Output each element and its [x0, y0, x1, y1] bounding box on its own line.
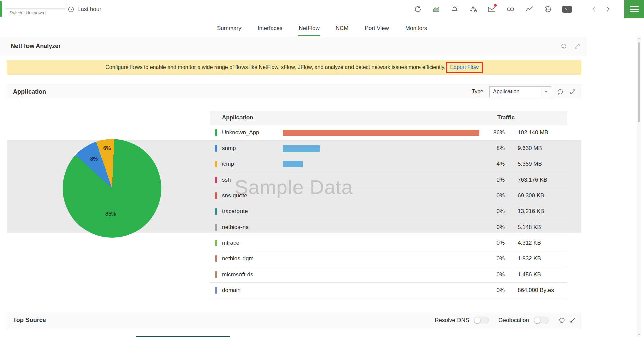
topology-icon[interactable]	[469, 5, 477, 13]
brand-accent-bar	[0, 1, 2, 17]
mail-icon[interactable]	[488, 5, 496, 13]
section-refresh-icon[interactable]	[560, 43, 567, 49]
traffic-value: 864.000 Bytes	[518, 283, 554, 298]
table-row[interactable]: sns-quote0%69.300 KB	[210, 188, 567, 204]
terminal-icon[interactable]: >_	[562, 6, 572, 13]
chevron-right-icon[interactable]	[604, 6, 611, 13]
application-panel-title: Application	[13, 88, 46, 95]
application-panel-header: Application Type Application ▾	[7, 84, 581, 99]
tab-port-view[interactable]: Port View	[364, 25, 389, 36]
tab-bar: SummaryInterfacesNetFlowNCMPort ViewMoni…	[0, 18, 644, 36]
annotation-red-box: Export Flow	[446, 62, 482, 73]
geolocation-label: Geolocation	[498, 317, 529, 324]
link-icon[interactable]	[506, 5, 515, 13]
table-row[interactable]: traceroute0%13.216 KB	[210, 204, 567, 220]
toggle-knob	[474, 317, 480, 323]
traffic-percent: 0%	[468, 283, 505, 298]
geolocation-toggle[interactable]	[534, 317, 549, 324]
traffic-percent: 0%	[468, 188, 505, 203]
application-expand-icon[interactable]	[570, 89, 576, 95]
traffic-value: 69.300 KB	[518, 188, 544, 203]
tab-monitors[interactable]: Monitors	[405, 25, 428, 36]
time-range-selector[interactable]: Last hour	[68, 0, 101, 18]
top-bar: Switch | Unknown | Last hour	[0, 0, 644, 18]
alarm-icon[interactable]	[451, 5, 459, 13]
top-source-expand-icon[interactable]	[570, 317, 576, 323]
traffic-percent: 86%	[468, 125, 505, 140]
application-name: sns-quote	[222, 188, 247, 203]
toggle-knob	[534, 317, 540, 323]
traffic-value: 4.312 KB	[518, 235, 541, 251]
globe-icon[interactable]	[544, 5, 552, 13]
pie-slice-label: 6%	[103, 145, 111, 151]
traffic-bar	[283, 130, 479, 136]
topbar-pager	[591, 0, 611, 18]
table-row[interactable]: netbios-ns0%5.148 KB	[210, 220, 567, 235]
banner-text: Configure flows to enable and monitor a …	[105, 64, 445, 70]
tab-summary[interactable]: Summary	[216, 25, 242, 36]
top-source-title: Top Source	[13, 317, 46, 324]
table-row[interactable]: mtrace0%4.312 KB	[210, 235, 567, 251]
table-row[interactable]: netbios-dgm0%1.832 KB	[210, 251, 567, 267]
table-row[interactable]: domain0%864.000 Bytes	[210, 283, 567, 298]
refresh-icon[interactable]	[414, 5, 422, 13]
pie-slice-label: 8%	[90, 156, 98, 162]
top-source-refresh-icon[interactable]	[558, 317, 565, 324]
application-name: domain	[222, 283, 241, 298]
type-dropdown[interactable]: Application ▾	[489, 86, 551, 97]
scroll-down-arrow-icon[interactable]: ▼	[637, 332, 641, 337]
device-selector[interactable]	[5, 0, 66, 8]
traffic-value: 5.148 KB	[518, 220, 541, 235]
section-expand-icon[interactable]	[574, 43, 580, 49]
table-row[interactable]: icmp4%5.359 MB	[210, 156, 567, 172]
application-table-body: Unknown_App86%102.140 MBsnmp8%9.630 MBic…	[210, 125, 567, 298]
line-chart-icon[interactable]	[525, 5, 533, 13]
traffic-value: 1.832 KB	[518, 251, 541, 267]
app-color-tick	[215, 255, 217, 262]
application-name: netbios-ns	[222, 220, 248, 235]
vertical-scrollbar[interactable]: ▲ ▼	[637, 36, 641, 337]
application-table-header: Application Traffic	[210, 111, 567, 125]
pie-slice-label: 86%	[105, 211, 116, 217]
scroll-up-arrow-icon[interactable]: ▲	[637, 36, 641, 41]
application-name: traceroute	[222, 204, 248, 219]
traffic-value: 5.359 MB	[518, 156, 542, 172]
application-name: ssh	[222, 172, 231, 188]
traffic-value: 763.176 KB	[518, 172, 547, 188]
tab-ncm[interactable]: NCM	[335, 25, 350, 36]
table-row[interactable]: microsoft-ds0%1.456 KB	[210, 267, 567, 283]
app-color-tick	[215, 145, 217, 152]
app-color-tick	[215, 192, 217, 199]
traffic-percent: 0%	[468, 172, 505, 188]
app-color-tick	[215, 271, 217, 278]
menu-icon[interactable]	[624, 0, 644, 18]
scrollbar-thumb[interactable]	[638, 42, 640, 122]
partial-bottom-element	[136, 336, 230, 337]
traffic-bar	[283, 145, 320, 152]
chevron-down-icon: ▾	[541, 87, 551, 97]
application-name: microsoft-ds	[222, 267, 253, 282]
application-pie-chart[interactable]	[63, 139, 161, 238]
app-color-tick	[215, 177, 217, 183]
device-breadcrumb: Switch | Unknown |	[9, 10, 46, 15]
app-color-tick	[215, 287, 217, 294]
table-row[interactable]: snmp8%9.630 MB	[210, 141, 567, 156]
table-row[interactable]: Unknown_App86%102.140 MB	[210, 125, 567, 141]
traffic-percent: 0%	[468, 235, 505, 251]
application-name: mtrace	[222, 235, 239, 251]
resolve-dns-toggle[interactable]	[474, 317, 489, 324]
type-dropdown-value: Application	[490, 89, 541, 95]
tab-interfaces[interactable]: Interfaces	[257, 25, 283, 36]
table-row[interactable]: ssh0%763.176 KB	[210, 172, 567, 188]
traffic-percent: 0%	[468, 220, 505, 235]
application-name: icmp	[222, 156, 234, 172]
traffic-value: 13.216 KB	[518, 204, 544, 219]
area-chart-icon[interactable]	[432, 5, 440, 13]
configure-flows-banner: Configure flows to enable and monitor a …	[7, 60, 581, 75]
export-flow-link[interactable]: Export Flow	[450, 64, 478, 70]
tab-netflow[interactable]: NetFlow	[298, 25, 320, 36]
application-refresh-icon[interactable]	[557, 88, 564, 95]
chevron-left-icon[interactable]	[591, 6, 598, 13]
mail-notification-dot	[494, 4, 497, 7]
traffic-percent: 8%	[468, 141, 505, 156]
